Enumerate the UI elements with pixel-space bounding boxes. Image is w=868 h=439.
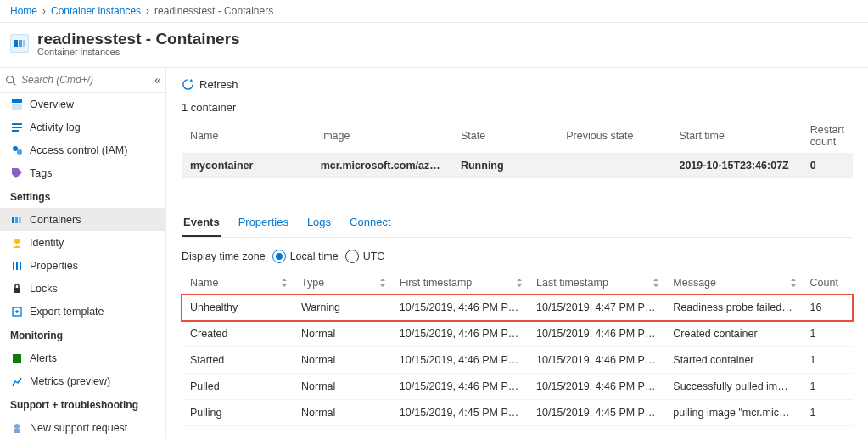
sidebar-item-label: Properties (30, 260, 78, 272)
event-cell-last: 10/15/2019, 4:47 PM PDT (528, 295, 664, 321)
containers-icon (10, 213, 23, 226)
sidebar-section-monitoring: Monitoring (0, 323, 165, 346)
svg-rect-18 (20, 262, 21, 270)
event-row[interactable]: PulledNormal10/15/2019, 4:46 PM PDT10/15… (182, 374, 853, 400)
ecol-count[interactable]: Count (802, 272, 853, 295)
overview-icon (10, 98, 23, 110)
identity-icon (10, 236, 23, 249)
event-cell-type: Normal (293, 321, 391, 347)
svg-line-4 (13, 82, 15, 84)
sidebar-item-label: Alerts (30, 352, 57, 364)
sidebar-item-tags[interactable]: Tags (0, 161, 165, 184)
cell-start: 2019-10-15T23:46:07Z (670, 153, 801, 178)
sort-icon (790, 279, 797, 287)
ecol-type[interactable]: Type (293, 272, 391, 295)
event-cell-type: Normal (293, 374, 391, 400)
sidebar-item-activitylog[interactable]: Activity log (0, 115, 165, 138)
event-cell-message: Readiness probe failed: cat... (664, 295, 801, 321)
col-image[interactable]: Image (312, 119, 452, 153)
svg-rect-16 (13, 262, 14, 270)
event-cell-message: Started container (664, 347, 801, 374)
sidebar-item-identity[interactable]: Identity (0, 231, 165, 254)
event-cell-type: Warning (293, 295, 391, 321)
svg-point-22 (14, 424, 20, 429)
svg-rect-6 (12, 104, 22, 110)
event-row[interactable]: StartedNormal10/15/2019, 4:46 PM PDT10/1… (182, 347, 853, 374)
radio-label: Local time (290, 250, 339, 262)
ecol-name[interactable]: Name (182, 272, 293, 295)
ecol-last[interactable]: Last timestamp (528, 272, 664, 295)
sidebar-item-locks[interactable]: Locks (0, 277, 165, 300)
event-cell-count: 1 (802, 347, 853, 374)
lock-icon (10, 282, 23, 295)
cell-name: mycontainer (182, 153, 312, 178)
breadcrumb-home[interactable]: Home (10, 5, 37, 17)
svg-point-3 (7, 76, 14, 82)
event-cell-message: Created container (664, 321, 801, 347)
timezone-row: Display time zone Local time UTC (182, 250, 853, 263)
search-input[interactable] (20, 71, 151, 88)
sidebar-item-label: Overview (30, 98, 74, 110)
container-row[interactable]: mycontainer mcr.microsoft.com/azure... R… (182, 153, 853, 178)
container-count: 1 container (182, 101, 853, 114)
tab-events[interactable]: Events (182, 209, 221, 237)
export-icon (10, 305, 23, 318)
svg-point-11 (17, 149, 22, 155)
cell-image: mcr.microsoft.com/azure... (312, 153, 452, 178)
event-cell-name: Pulled (182, 374, 293, 400)
tab-connect[interactable]: Connect (348, 209, 392, 237)
cell-restarts: 0 (802, 153, 853, 178)
sidebar-item-iam[interactable]: Access control (IAM) (0, 138, 165, 161)
sidebar-item-export[interactable]: Export template (0, 300, 165, 323)
col-restarts[interactable]: Restart count (802, 119, 853, 153)
main-content: Refresh 1 container Name Image State Pre… (166, 68, 868, 439)
col-start[interactable]: Start time (670, 119, 801, 153)
sidebar-item-properties[interactable]: Properties (0, 254, 165, 277)
sidebar-item-containers[interactable]: Containers (0, 208, 165, 231)
sidebar-item-newsupport[interactable]: New support request (0, 416, 165, 439)
refresh-button[interactable]: Refresh (182, 78, 238, 91)
col-state[interactable]: State (452, 119, 557, 153)
search-icon (5, 75, 16, 86)
chevron-right-icon: › (42, 5, 46, 17)
svg-rect-19 (14, 288, 20, 293)
sidebar-item-label: Locks (30, 283, 58, 295)
svg-rect-21 (13, 354, 21, 363)
breadcrumb: Home › Container instances › readinesste… (0, 0, 868, 23)
breadcrumb-parent[interactable]: Container instances (51, 5, 141, 17)
sidebar-item-metrics[interactable]: Metrics (preview) (0, 369, 165, 392)
tab-logs[interactable]: Logs (305, 209, 333, 237)
event-cell-name: Started (182, 347, 293, 374)
event-cell-last: 10/15/2019, 4:46 PM PDT (528, 374, 664, 400)
ecol-message[interactable]: Message (664, 272, 801, 295)
sort-icon (379, 279, 386, 287)
sidebar: « Overview Activity log Access control (… (0, 68, 166, 439)
event-cell-name: Unhealthy (182, 295, 293, 321)
radio-utc[interactable]: UTC (345, 250, 385, 263)
collapse-sidebar-button[interactable]: « (154, 73, 161, 87)
radio-local-time[interactable]: Local time (272, 250, 339, 263)
tab-properties[interactable]: Properties (237, 209, 290, 237)
event-cell-message: Successfully pulled image ... (664, 374, 801, 400)
event-cell-first: 10/15/2019, 4:46 PM PDT (391, 374, 528, 400)
event-cell-last: 10/15/2019, 4:46 PM PDT (528, 347, 664, 374)
col-prev[interactable]: Previous state (557, 119, 670, 153)
page-header: readinesstest - Containers Container ins… (0, 23, 868, 68)
svg-rect-8 (12, 127, 22, 128)
svg-rect-1 (19, 40, 22, 47)
container-instances-icon (10, 34, 29, 53)
sidebar-item-alerts[interactable]: Alerts (0, 346, 165, 369)
event-cell-first: 10/15/2019, 4:46 PM PDT (391, 295, 528, 321)
event-cell-count: 1 (802, 321, 853, 347)
svg-rect-13 (15, 217, 18, 223)
event-row[interactable]: UnhealthyWarning10/15/2019, 4:46 PM PDT1… (182, 295, 853, 321)
svg-rect-17 (16, 262, 18, 270)
sidebar-item-overview[interactable]: Overview (0, 93, 165, 115)
ecol-first[interactable]: First timestamp (391, 272, 528, 295)
col-name[interactable]: Name (182, 119, 312, 153)
sidebar-section-support: Support + troubleshooting (0, 392, 165, 416)
svg-rect-12 (12, 217, 14, 223)
event-row[interactable]: CreatedNormal10/15/2019, 4:46 PM PDT10/1… (182, 321, 853, 347)
event-row[interactable]: PullingNormal10/15/2019, 4:45 PM PDT10/1… (182, 400, 853, 426)
sidebar-item-label: Containers (30, 214, 81, 226)
